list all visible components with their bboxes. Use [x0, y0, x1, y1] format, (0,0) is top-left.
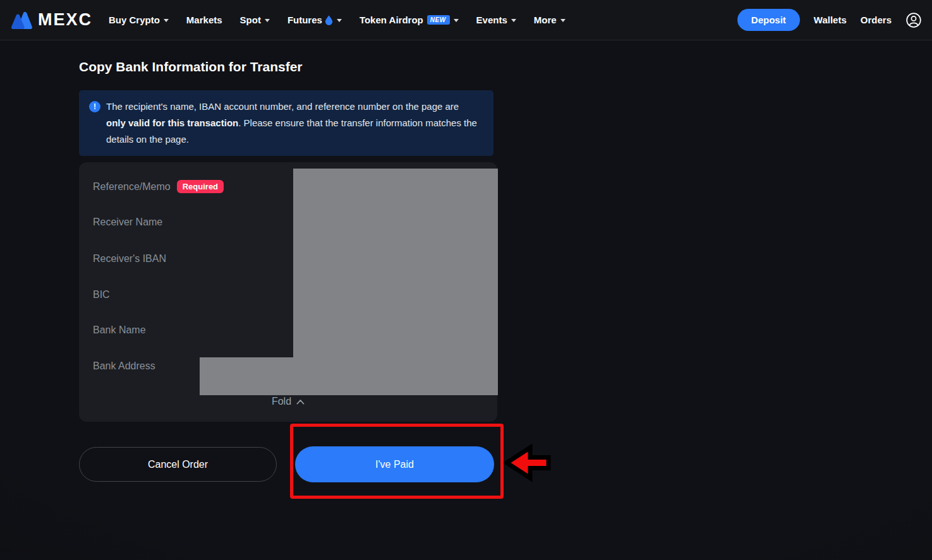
chevron-up-icon [296, 399, 305, 405]
fold-label: Fold [272, 396, 291, 407]
nav-futures-label: Futures [287, 15, 322, 25]
info-icon: ! [89, 101, 100, 112]
fold-toggle[interactable]: Fold [272, 396, 305, 407]
field-label: BIC [93, 289, 110, 301]
page-title: Copy Bank Information for Transfer [79, 59, 303, 74]
deposit-button[interactable]: Deposit [737, 9, 800, 31]
field-row-bic: BIC [93, 289, 110, 301]
field-label: Bank Name [93, 325, 146, 336]
field-row-bank-name: Bank Name [93, 325, 146, 336]
nav-token-airdrop-label: Token Airdrop [360, 15, 423, 25]
ive-paid-button[interactable]: I've Paid [295, 446, 494, 482]
new-badge: NEW [427, 15, 450, 25]
nav-left-group: MEXC Buy Crypto Markets Spot Futures [9, 10, 566, 30]
nav-spot-label: Spot [240, 15, 261, 25]
nav-markets[interactable]: Markets [186, 15, 222, 25]
chevron-down-icon [164, 19, 169, 22]
bank-info-panel: Reference/Memo Required Receiver Name Re… [79, 162, 497, 422]
nav-events[interactable]: Events [476, 15, 516, 25]
field-row-receiver-iban: Receiver's IBAN [93, 253, 166, 265]
nav-events-label: Events [476, 15, 507, 25]
mexc-logo[interactable]: MEXC [9, 10, 92, 30]
nav-markets-label: Markets [186, 15, 222, 25]
chevron-down-icon [265, 19, 270, 22]
nav-futures[interactable]: Futures [287, 15, 342, 25]
nav-more[interactable]: More [534, 15, 566, 25]
chevron-down-icon [454, 19, 459, 22]
field-label: Reference/Memo [93, 181, 171, 193]
nav-buy-crypto-label: Buy Crypto [109, 15, 160, 25]
nav-token-airdrop[interactable]: Token Airdrop NEW [360, 15, 459, 25]
field-label: Receiver Name [93, 217, 162, 228]
field-row-receiver-name: Receiver Name [93, 217, 162, 228]
info-banner-text: The recipient's name, IBAN account numbe… [106, 98, 478, 148]
chevron-down-icon [337, 19, 342, 22]
nav-orders[interactable]: Orders [861, 15, 892, 25]
nav-right-group: Deposit Wallets Orders [737, 9, 922, 31]
nav-buy-crypto[interactable]: Buy Crypto [109, 15, 169, 25]
profile-icon[interactable] [905, 12, 922, 28]
mexc-logo-text: MEXC [38, 10, 92, 30]
field-row-bank-address: Bank Address [93, 360, 155, 372]
nav-spot[interactable]: Spot [240, 15, 270, 25]
nav-more-label: More [534, 15, 557, 25]
redacted-values-block [293, 169, 498, 395]
chevron-down-icon [511, 19, 516, 22]
arrow-left-annotation-icon [504, 443, 552, 486]
droplet-icon [325, 15, 333, 25]
required-badge: Required [177, 180, 224, 193]
top-nav: MEXC Buy Crypto Markets Spot Futures [0, 0, 932, 40]
nav-wallets[interactable]: Wallets [814, 15, 847, 25]
field-label: Receiver's IBAN [93, 253, 166, 265]
main-menu: Buy Crypto Markets Spot Futures [109, 15, 566, 25]
mexc-mountain-icon [9, 10, 33, 30]
chevron-down-icon [560, 19, 566, 22]
field-label: Bank Address [93, 360, 155, 372]
redacted-value-block [200, 357, 293, 395]
page-content: Copy Bank Information for Transfer ! The… [0, 40, 932, 560]
info-banner: ! The recipient's name, IBAN account num… [79, 90, 493, 156]
field-row-reference-memo: Reference/Memo Required [93, 180, 224, 193]
cancel-order-button[interactable]: Cancel Order [79, 447, 277, 482]
